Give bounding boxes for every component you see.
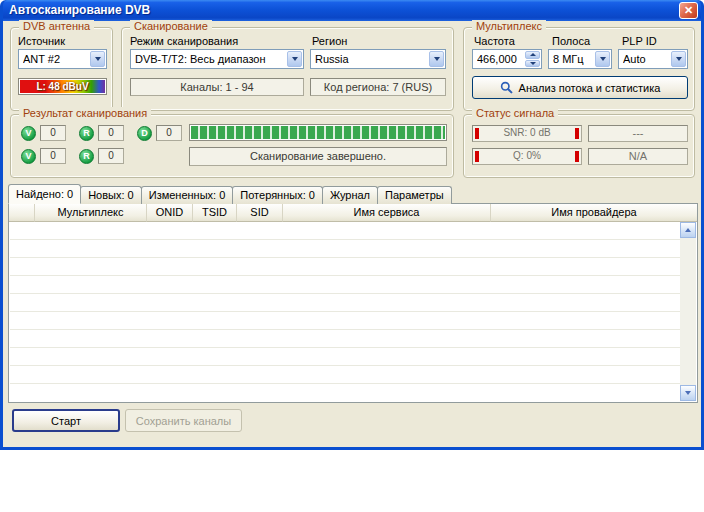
signal-level-fill: L: 48 dBuV xyxy=(20,80,105,93)
quality-value-panel: N/A xyxy=(588,148,688,165)
quality-gauge-label: Q: 0% xyxy=(513,150,541,161)
table-header: Мультиплекс ONID TSID SID Имя сервиса Им… xyxy=(9,204,697,222)
analyze-stream-button-label: Анализ потока и статистика xyxy=(519,82,661,94)
region-combobox-value: Russia xyxy=(315,53,427,65)
indicator-v1-count: 0 xyxy=(40,125,66,141)
source-label: Источник xyxy=(18,35,65,47)
group-scan-result: Результат сканирования V 0 R 0 D 0 V 0 R… xyxy=(10,114,454,178)
signal-level-bar: L: 48 dBuV xyxy=(18,78,107,95)
indicator-r2: R 0 xyxy=(79,148,124,164)
plp-id-label: PLP ID xyxy=(622,35,657,47)
scan-mode-combobox[interactable]: DVB-T/T2: Весь диапазон xyxy=(130,49,304,69)
tab-parameters[interactable]: Параметры xyxy=(377,186,452,204)
column-header-onid[interactable]: ONID xyxy=(147,204,193,222)
group-signal-status: Статус сигнала SNR: 0 dB --- Q: 0% N/A xyxy=(463,114,695,178)
snr-value-panel: --- xyxy=(588,125,688,142)
spin-down-button[interactable] xyxy=(525,60,540,68)
group-caption-scanning: Сканирование xyxy=(130,20,212,32)
source-combobox-dropdown-button[interactable] xyxy=(90,51,105,67)
frequency-spinedit[interactable]: 466,000 xyxy=(472,49,542,69)
gauge-min-mark-icon xyxy=(475,151,479,162)
tab-log[interactable]: Журнал xyxy=(322,186,378,204)
indicator-d1-count: 0 xyxy=(156,125,182,141)
signal-level-text: L: 48 dBuV xyxy=(20,81,105,92)
column-header-multiplex[interactable]: Мультиплекс xyxy=(35,204,147,222)
quality-gauge: Q: 0% xyxy=(472,148,582,165)
region-code-info-panel: Код региона: 7 (RUS) xyxy=(310,78,446,96)
snr-gauge: SNR: 0 dB xyxy=(472,125,582,142)
indicator-r2-icon: R xyxy=(79,149,94,164)
indicator-r1-count: 0 xyxy=(98,125,124,141)
dialog-window: Автосканирование DVB ✕ DVB антенна Источ… xyxy=(0,0,704,450)
table-body xyxy=(10,222,680,401)
channels-info-panel: Каналы: 1 - 94 xyxy=(130,78,304,96)
indicator-v2-count: 0 xyxy=(40,148,66,164)
bandwidth-combobox-value: 8 МГц xyxy=(553,53,593,65)
scan-mode-label: Режим сканирования xyxy=(130,35,238,47)
column-header-service-name[interactable]: Имя сервиса xyxy=(283,204,491,222)
group-dvb-antenna: DVB антенна Источник ANT #2 L: 48 dBuV xyxy=(10,27,113,111)
save-channels-button[interactable]: Сохранить каналы xyxy=(125,409,242,432)
indicator-v1-icon: V xyxy=(21,126,36,141)
region-label: Регион xyxy=(312,35,347,47)
frequency-label: Частота xyxy=(474,35,515,47)
gauge-min-mark-icon xyxy=(475,128,479,139)
chevron-down-icon xyxy=(434,57,440,61)
group-scanning: Сканирование Режим сканирования DVB-T/T2… xyxy=(121,27,454,111)
chevron-down-icon xyxy=(292,57,298,61)
indicator-r2-count: 0 xyxy=(98,148,124,164)
plp-id-combobox[interactable]: Auto xyxy=(618,49,688,69)
bandwidth-combobox[interactable]: 8 МГц xyxy=(548,49,612,69)
titlebar[interactable]: Автосканирование DVB ✕ xyxy=(3,0,701,21)
column-header-select[interactable] xyxy=(9,204,35,222)
frequency-spin-buttons xyxy=(525,51,540,67)
scan-progress-bar xyxy=(189,124,447,141)
source-combobox[interactable]: ANT #2 xyxy=(18,49,107,69)
chevron-down-icon xyxy=(600,57,606,61)
scroll-down-button[interactable] xyxy=(680,385,696,401)
scroll-up-button[interactable] xyxy=(680,222,696,238)
tab-new[interactable]: Новых: 0 xyxy=(80,186,142,204)
bandwidth-combobox-dropdown-button[interactable] xyxy=(595,51,610,67)
tab-lost[interactable]: Потерянных: 0 xyxy=(232,186,323,204)
group-caption-signal-status: Статус сигнала xyxy=(472,107,558,119)
indicator-r1: R 0 xyxy=(79,125,124,141)
indicator-v1: V 0 xyxy=(21,125,66,141)
region-combobox-dropdown-button[interactable] xyxy=(429,51,444,67)
analyze-stream-button[interactable]: Анализ потока и статистика xyxy=(472,76,688,99)
tab-changed[interactable]: Измененных: 0 xyxy=(141,186,234,204)
group-caption-multiplex: Мультиплекс xyxy=(472,20,546,32)
scan-mode-combobox-dropdown-button[interactable] xyxy=(287,51,302,67)
gauge-max-mark-icon xyxy=(575,128,579,139)
group-caption-scan-result: Результат сканирования xyxy=(19,107,151,119)
scan-progress-fill xyxy=(191,126,445,139)
tab-found[interactable]: Найдено: 0 xyxy=(8,184,81,204)
results-table: Мультиплекс ONID TSID SID Имя сервиса Им… xyxy=(8,203,698,403)
chevron-down-icon xyxy=(530,62,536,65)
indicator-v2: V 0 xyxy=(21,148,66,164)
chevron-down-icon xyxy=(95,57,101,61)
window-title: Автосканирование DVB xyxy=(9,3,150,17)
spin-up-button[interactable] xyxy=(525,51,540,59)
column-header-tsid[interactable]: TSID xyxy=(193,204,237,222)
frequency-value: 466,000 xyxy=(477,53,524,65)
close-icon: ✕ xyxy=(684,4,693,16)
column-header-provider-name[interactable]: Имя провайдера xyxy=(491,204,697,222)
tab-bar: Найдено: 0 Новых: 0 Измененных: 0 Потеря… xyxy=(8,184,451,204)
magnifier-icon xyxy=(500,81,513,94)
bandwidth-label: Полоса xyxy=(552,35,590,47)
close-button[interactable]: ✕ xyxy=(679,2,698,19)
indicator-d1: D 0 xyxy=(137,125,182,141)
column-header-sid[interactable]: SID xyxy=(237,204,283,222)
plp-id-combobox-value: Auto xyxy=(623,53,669,65)
scan-mode-combobox-value: DVB-T/T2: Весь диапазон xyxy=(135,53,285,65)
vertical-scrollbar[interactable] xyxy=(680,222,696,401)
snr-gauge-label: SNR: 0 dB xyxy=(503,127,550,138)
indicator-v2-icon: V xyxy=(21,149,36,164)
start-button[interactable]: Старт xyxy=(12,409,120,432)
plp-id-combobox-dropdown-button[interactable] xyxy=(671,51,686,67)
source-combobox-value: ANT #2 xyxy=(23,53,88,65)
region-combobox[interactable]: Russia xyxy=(310,49,446,69)
chevron-down-icon xyxy=(676,57,682,61)
chevron-up-icon xyxy=(530,53,536,56)
